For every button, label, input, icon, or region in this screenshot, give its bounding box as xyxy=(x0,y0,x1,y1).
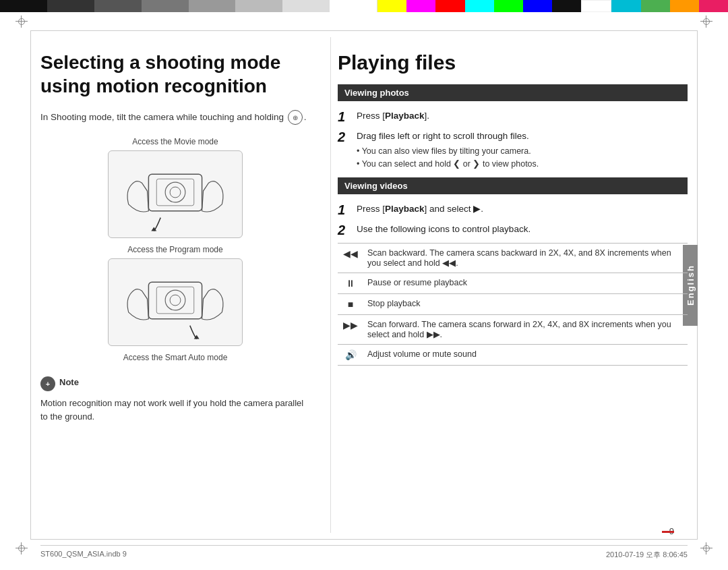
playback-icon-1: ⏸ xyxy=(338,273,363,293)
right-section-title: Playing files xyxy=(338,51,688,75)
playback-row-1: ⏸Pause or resume playback xyxy=(338,273,688,293)
svg-rect-1 xyxy=(156,179,193,206)
gray-seg-5 xyxy=(189,0,236,12)
diagram-movie: Access the Movie mode xyxy=(40,137,310,238)
intro-paragraph: In Shooting mode, tilt the camera while … xyxy=(40,110,310,125)
gray-seg-7 xyxy=(282,0,330,12)
color-seg-blue xyxy=(523,0,552,12)
reg-mark-top-left xyxy=(15,15,28,28)
video-step-1: 1 Press [Playback] and select ▶. xyxy=(338,202,688,217)
footer: ST600_QSM_ASIA.indb 9 2010-07-19 오후 8:06… xyxy=(40,545,688,560)
svg-point-8 xyxy=(170,295,181,306)
diagram2-svg xyxy=(109,258,242,346)
playback-desc-4: Adjust volume or mute sound xyxy=(363,344,688,365)
svg-point-2 xyxy=(165,182,185,202)
reg-mark-bottom-left xyxy=(15,542,28,555)
playback-table: ◀◀Scan backward. The camera scans backwa… xyxy=(338,243,688,366)
video-step-2: 2 Use the following icons to control pla… xyxy=(338,223,688,237)
playback-desc-1: Pause or resume playback xyxy=(363,273,688,293)
reg-mark-top-right xyxy=(700,15,713,28)
step2-sublist: You can also view files by tilting your … xyxy=(357,145,539,171)
playback-icon-4: 🔊 xyxy=(338,344,363,365)
gray-seg-1 xyxy=(0,0,47,12)
diagram-smart: Access the Smart Auto mode xyxy=(40,353,310,366)
svg-rect-6 xyxy=(156,287,193,314)
viewing-photos-label: Viewing photos xyxy=(344,88,409,98)
gray-seg-4 xyxy=(142,0,189,12)
vstep1-num: 1 xyxy=(338,202,351,217)
note-text: Motion recognition may not work well if … xyxy=(40,397,310,423)
diagram1-image xyxy=(108,150,243,238)
step1-text: Press [Playback]. xyxy=(357,109,429,123)
vstep1-text: Press [Playback] and select ▶. xyxy=(357,202,483,216)
playback-desc-0: Scan backward. The camera scans backward… xyxy=(363,243,688,273)
viewing-videos-header: Viewing videos xyxy=(338,177,688,194)
step1-num: 1 xyxy=(338,109,351,124)
diagram1-label: Access the Movie mode xyxy=(132,137,218,146)
diagram2-label: Access the Program mode xyxy=(127,245,222,254)
color-seg-pink xyxy=(699,0,728,12)
step2-sub2: You can select and hold ❮ or ❯ to view p… xyxy=(357,158,539,171)
vstep2-text: Use the following icons to control playb… xyxy=(357,223,530,236)
viewing-videos-label: Viewing videos xyxy=(344,181,408,191)
top-gray-bar xyxy=(0,0,377,12)
playback-row-2: ■Stop playback xyxy=(338,293,688,314)
color-seg-magenta xyxy=(406,0,435,12)
color-seg-yellow xyxy=(377,0,406,12)
gray-seg-3 xyxy=(94,0,142,12)
right-column: Playing files Viewing photos 1 Press [Pl… xyxy=(330,37,688,533)
footer-left: ST600_QSM_ASIA.indb 9 xyxy=(40,550,127,560)
main-content: Selecting a shooting mode using motion r… xyxy=(40,37,688,533)
color-seg-orange xyxy=(670,0,699,12)
color-seg-teal xyxy=(611,0,640,12)
step2-num: 2 xyxy=(338,130,351,144)
left-column: Selecting a shooting mode using motion r… xyxy=(40,37,330,533)
step2-sub1: You can also view files by tilting your … xyxy=(357,145,539,158)
playback-desc-2: Stop playback xyxy=(363,293,688,314)
diagram2-image xyxy=(108,258,243,346)
color-seg-green xyxy=(494,0,523,12)
diagram1-svg xyxy=(109,150,242,238)
note-section: + Note xyxy=(40,376,310,391)
gray-seg-8 xyxy=(330,0,377,12)
color-seg-white xyxy=(581,0,611,12)
icon-symbol-3: ▶▶ xyxy=(343,320,358,331)
color-seg-black xyxy=(552,0,581,12)
note-icon: + xyxy=(40,376,55,391)
page-accent-line xyxy=(662,531,674,533)
gray-seg-6 xyxy=(235,0,282,12)
playback-row-3: ▶▶Scan forward. The camera scans forward… xyxy=(338,314,688,344)
top-color-bar xyxy=(377,0,728,12)
viewing-photos-header: Viewing photos xyxy=(338,84,688,101)
note-label: Note xyxy=(59,376,79,387)
color-seg-cyan xyxy=(465,0,494,12)
playback-icon-3: ▶▶ xyxy=(338,314,363,344)
playback-icon-0: ◀◀ xyxy=(338,243,363,273)
playback-desc-3: Scan forward. The camera scans forward i… xyxy=(363,314,688,344)
playback-row-0: ◀◀Scan backward. The camera scans backwa… xyxy=(338,243,688,273)
icon-symbol-2: ■ xyxy=(348,299,353,310)
touch-icon: ⊕ xyxy=(288,110,303,125)
icon-symbol-1: ⏸ xyxy=(346,278,355,289)
vstep2-num: 2 xyxy=(338,223,351,237)
svg-point-7 xyxy=(165,290,185,310)
gray-seg-2 xyxy=(47,0,94,12)
step2-content: Drag files left or right to scroll throu… xyxy=(357,130,539,171)
playback-icon-2: ■ xyxy=(338,293,363,314)
playback-row-4: 🔊Adjust volume or mute sound xyxy=(338,344,688,365)
photo-step-1: 1 Press [Playback]. xyxy=(338,109,688,124)
intro-text-before: In Shooting mode, tilt the camera while … xyxy=(40,112,284,122)
svg-point-3 xyxy=(170,187,181,198)
footer-right: 2010-07-19 오후 8:06:45 xyxy=(606,550,688,560)
photo-step-2: 2 Drag files left or right to scroll thr… xyxy=(338,130,688,171)
diagram-program: Access the Program mode xyxy=(40,245,310,346)
left-section-title: Selecting a shooting mode using motion r… xyxy=(40,51,310,98)
reg-mark-bottom-right xyxy=(700,542,713,555)
color-seg-lgreen xyxy=(641,0,670,12)
step2-text: Drag files left or right to scroll throu… xyxy=(357,131,529,141)
color-seg-red xyxy=(435,0,464,12)
diagram3-label: Access the Smart Auto mode xyxy=(123,353,228,362)
icon-symbol-4: 🔊 xyxy=(345,349,357,360)
icon-symbol-0: ◀◀ xyxy=(343,248,358,259)
